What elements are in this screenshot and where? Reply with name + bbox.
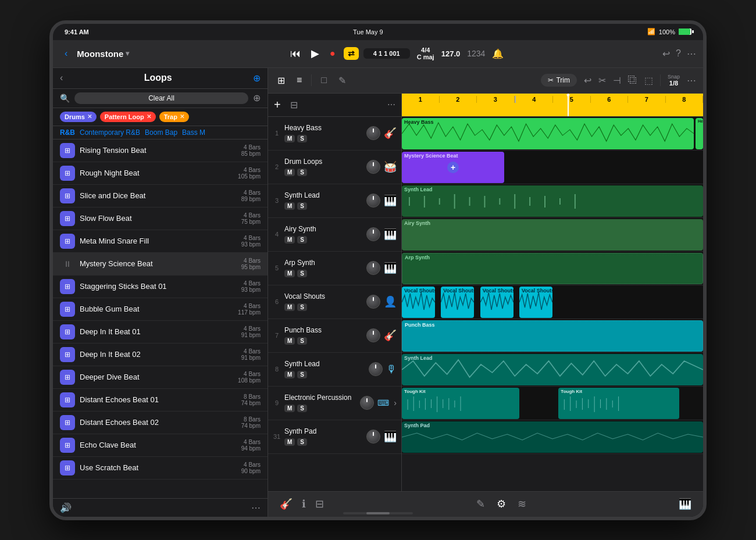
clear-all-button[interactable]: Clear All — [74, 92, 248, 104]
search-icon[interactable]: 🔍 — [60, 94, 70, 103]
window-view-button[interactable]: □ — [319, 73, 329, 88]
scroll-thumb[interactable] — [366, 512, 390, 514]
list-item[interactable]: ⊞ Slice and Dice Beat 4 Bars 89 bpm — [53, 185, 268, 208]
title-dropdown-icon[interactable]: ▾ — [126, 49, 129, 58]
pencil-bottom-icon[interactable]: ✎ — [476, 498, 485, 510]
undo-toolbar-icon[interactable]: ↩ — [662, 48, 670, 59]
solo-button[interactable]: S — [297, 135, 307, 142]
clip-synth-pad[interactable]: Synth Pad — [402, 421, 703, 453]
instrument-icon[interactable]: 🎹 — [384, 194, 397, 207]
scissors-icon[interactable]: ✂ — [598, 75, 606, 86]
instrument-icon[interactable]: 🥁 — [384, 160, 397, 173]
play-button[interactable]: ▶ — [309, 45, 322, 62]
clip-punch-bass[interactable]: Punch Bass — [402, 320, 703, 352]
filter-tag-pattern[interactable]: Pattern Loop ✕ — [100, 112, 156, 122]
clip-airy-synth[interactable]: Airy Synth — [402, 219, 703, 251]
list-item[interactable]: ⊞ Slow Flow Beat 4 Bars 75 bpm — [53, 208, 268, 230]
list-item[interactable]: ⊞ Deep In It Beat 01 4 Bars 91 bpm — [53, 321, 268, 344]
clip-vocal-1[interactable]: Vocal Shouts — [402, 287, 435, 318]
clip-small[interactable]: Heavy Bass — [696, 118, 703, 149]
instrument-icon[interactable]: 🎹 — [384, 228, 397, 241]
help-icon[interactable]: ? — [676, 48, 681, 59]
filter-loops-icon[interactable]: ⊕ — [253, 92, 261, 103]
list-item[interactable]: ⊞ Staggering Sticks Beat 01 4 Bars 93 bp… — [53, 276, 268, 298]
undo-action-icon[interactable]: ↩ — [584, 75, 591, 86]
mute-button[interactable]: M — [284, 169, 295, 176]
volume-knob[interactable] — [366, 126, 380, 140]
filter-tag-drums[interactable]: Drums ✕ — [60, 112, 97, 122]
copy-icon[interactable]: ⿻ — [628, 75, 637, 85]
volume-knob[interactable] — [369, 362, 383, 376]
solo-button[interactable]: S — [297, 371, 307, 378]
loop-button[interactable]: ⇄ — [344, 47, 359, 60]
rewind-button[interactable]: ⏮ — [288, 45, 303, 62]
clip-synth-lead-teal[interactable]: Synth Lead — [402, 354, 703, 385]
add-track-button[interactable]: + — [274, 98, 281, 112]
volume-knob[interactable] — [366, 430, 380, 444]
volume-knob[interactable] — [366, 194, 380, 208]
mute-button[interactable]: M — [284, 202, 295, 210]
mute-button[interactable]: M — [284, 236, 295, 244]
list-item[interactable]: ⊞ Rising Tension Beat 4 Bars 85 bpm — [53, 140, 268, 162]
instrument-icon[interactable]: 🎹 — [384, 262, 397, 274]
instrument-icon[interactable]: 🎸 — [384, 329, 397, 342]
solo-button[interactable]: S — [297, 169, 307, 176]
pattern-tag-close[interactable]: ✕ — [147, 113, 151, 120]
list-item[interactable]: ⊞ Deep In It Beat 02 4 Bars 91 bpm — [53, 344, 268, 366]
solo-button[interactable]: S — [297, 405, 307, 412]
volume-knob[interactable] — [366, 227, 380, 241]
track-options-icon[interactable]: ⊟ — [290, 99, 298, 110]
clip[interactable]: Heavy Bass — [402, 118, 694, 149]
clip-elec-perc-1[interactable]: Tough Kit — [402, 388, 519, 419]
list-item[interactable]: ⊞ Distant Echoes Beat 02 8 Bars 74 bpm — [53, 412, 268, 434]
volume-icon[interactable]: 🔊 — [60, 502, 72, 513]
volume-knob[interactable] — [360, 396, 374, 410]
drums-tag-close[interactable]: ✕ — [87, 113, 92, 120]
solo-button[interactable]: S — [297, 236, 307, 244]
list-item-playing[interactable]: ⏸ Mystery Science Beat 4 Bars 95 bpm — [53, 253, 268, 276]
mute-button[interactable]: M — [284, 371, 295, 378]
track-header-more[interactable]: ⋯ — [387, 100, 395, 109]
clip-mystery[interactable]: Mystery Science Beat + — [402, 152, 504, 183]
paste-icon[interactable]: ⬚ — [644, 75, 653, 86]
solo-button[interactable]: S — [297, 202, 307, 210]
list-item[interactable]: ⊞ Meta Mind Snare Fill 4 Bars 93 bpm — [53, 230, 268, 253]
more-action-icon[interactable]: ⋯ — [687, 75, 696, 86]
genre-tag-contemporary[interactable]: Contemporary R&B — [80, 128, 140, 137]
instrument-icon[interactable]: 🎹 — [384, 430, 397, 443]
add-loop-icon[interactable]: ⊕ — [253, 73, 261, 84]
settings-bottom-icon[interactable]: ⚙ — [497, 498, 506, 510]
instrument-icon[interactable]: 🎸 — [384, 127, 397, 140]
clip-arp-synth[interactable]: Arp Synth — [402, 253, 703, 284]
trap-tag-close[interactable]: ✕ — [180, 113, 184, 120]
split-icon[interactable]: ⊣ — [613, 75, 621, 86]
list-item[interactable]: ⊞ Distant Echoes Beat 01 8 Bars 74 bpm — [53, 389, 268, 412]
metronome-icon[interactable]: 🔔 — [492, 48, 504, 59]
pen-view-button[interactable]: ✎ — [336, 73, 348, 88]
volume-knob[interactable] — [366, 328, 380, 342]
solo-button[interactable]: S — [297, 303, 307, 311]
instrument-icon[interactable]: 👤 — [384, 295, 397, 308]
add-clip-icon[interactable]: + — [447, 162, 459, 173]
clip-vocal-4[interactable]: Vocal Shouts — [519, 287, 552, 318]
instrument-bottom-icon[interactable]: 🎸 — [280, 498, 293, 510]
list-item[interactable]: ⊞ Bubble Gum Beat 4 Bars 117 bpm — [53, 298, 268, 321]
mute-button[interactable]: M — [284, 405, 295, 412]
loops-more-icon[interactable]: ⋯ — [251, 502, 261, 513]
list-item[interactable]: ⊞ Deeper Dive Beat 4 Bars 108 bpm — [53, 366, 268, 389]
layout-bottom-icon[interactable]: ⊟ — [315, 498, 324, 510]
list-item[interactable]: ⊞ Rough Night Beat 4 Bars 105 bpm — [53, 162, 268, 185]
expand-track-icon[interactable]: › — [394, 398, 397, 407]
solo-button[interactable]: S — [297, 337, 307, 345]
mute-button[interactable]: M — [284, 337, 295, 345]
more-toolbar-icon[interactable]: ⋯ — [687, 48, 696, 59]
record-button[interactable]: ● — [327, 46, 338, 61]
clip-vocal-3[interactable]: Vocal Shouts — [480, 287, 513, 318]
grid-view-button[interactable]: ⊞ — [275, 73, 287, 88]
eq-bottom-icon[interactable]: ≋ — [518, 498, 526, 510]
solo-button[interactable]: S — [297, 270, 307, 277]
mute-button[interactable]: M — [284, 135, 295, 142]
genre-tag-rnb[interactable]: R&B — [60, 128, 75, 137]
back-button[interactable]: ‹ — [60, 46, 72, 61]
genre-tag-bassm[interactable]: Bass M — [182, 128, 205, 137]
